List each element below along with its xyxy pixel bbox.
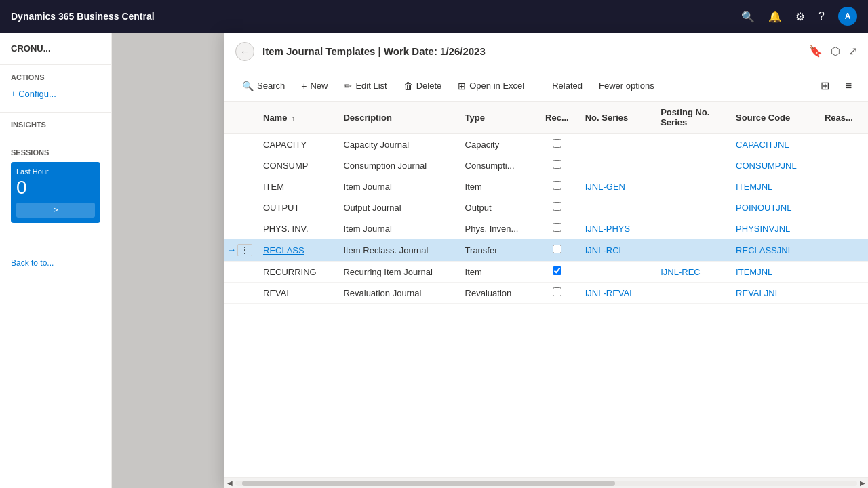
- new-button[interactable]: + New: [294, 77, 334, 95]
- row-name-link[interactable]: RECLASS: [263, 245, 304, 256]
- table-row[interactable]: RECURRINGRecurring Item JournalItemIJNL-…: [224, 262, 868, 283]
- search-icon[interactable]: 🔍: [741, 10, 755, 23]
- scroll-thumb[interactable]: [242, 481, 615, 486]
- sessions-more-button[interactable]: >: [16, 203, 95, 218]
- source-code-link[interactable]: PHYSINVJNL: [736, 224, 790, 234]
- col-name[interactable]: Name ↑: [255, 102, 335, 134]
- row-recurring-checkbox[interactable]: [553, 139, 561, 148]
- row-context-menu-button[interactable]: ⋮: [237, 244, 252, 256]
- row-posting-no-series-cell: IJNL-REC: [652, 262, 728, 283]
- settings-icon[interactable]: ⚙: [795, 10, 805, 23]
- row-type-cell: Item: [457, 262, 537, 283]
- no-series-link[interactable]: IJNL-PHYS: [585, 224, 630, 234]
- col-source-code[interactable]: Source Code: [728, 102, 816, 134]
- row-name-cell[interactable]: OUTPUT: [255, 197, 335, 218]
- row-type-cell: Output: [457, 197, 537, 218]
- posting-no-series-link[interactable]: IJNL-REC: [660, 267, 701, 277]
- col-type[interactable]: Type: [457, 102, 537, 134]
- row-name-cell[interactable]: PHYS. INV.: [255, 218, 335, 239]
- col-recurring[interactable]: Rec...: [537, 102, 577, 134]
- modal-title: Item Journal Templates | Work Date: 1/26…: [262, 45, 801, 57]
- row-type-cell: Phys. Inven...: [457, 218, 537, 239]
- row-description-cell: Capacity Journal: [335, 134, 456, 155]
- user-avatar[interactable]: A: [838, 7, 857, 26]
- related-button[interactable]: Related: [545, 77, 589, 94]
- row-reason-cell: [816, 239, 868, 262]
- row-recurring-checkbox[interactable]: [553, 287, 561, 296]
- row-recurring-checkbox[interactable]: [553, 181, 561, 190]
- source-code-link[interactable]: CAPACITJNL: [736, 140, 789, 150]
- help-icon[interactable]: ?: [818, 10, 825, 22]
- delete-button[interactable]: 🗑 Delete: [397, 77, 449, 95]
- source-code-link[interactable]: ITEMJNL: [736, 267, 772, 277]
- sidebar-actions-section: Actions + Configu...: [0, 73, 111, 101]
- col-reason[interactable]: Reas...: [816, 102, 868, 134]
- open-in-excel-button[interactable]: ⊞ Open in Excel: [451, 77, 531, 95]
- main-layout: CRONU... Actions + Configu... Insights S…: [0, 33, 868, 488]
- row-name-cell[interactable]: RECLASS: [255, 239, 335, 262]
- table-row[interactable]: →⋮RECLASSItem Reclass. JournalTransferIJ…: [224, 239, 868, 262]
- table-row[interactable]: CAPACITYCapacity JournalCapacityCAPACITJ…: [224, 134, 868, 155]
- top-nav-bar: Dynamics 365 Business Central 🔍 🔔 ⚙ ? A: [0, 0, 868, 33]
- row-name-cell[interactable]: CONSUMP: [255, 155, 335, 176]
- no-series-link[interactable]: IJNL-REVAL: [585, 288, 635, 298]
- row-name-cell[interactable]: CAPACITY: [255, 134, 335, 155]
- modal-dialog: ← Item Journal Templates | Work Date: 1/…: [224, 33, 868, 488]
- col-description[interactable]: Description: [335, 102, 456, 134]
- source-code-link[interactable]: REVALJNL: [736, 288, 780, 298]
- source-code-link[interactable]: ITEMJNL: [736, 182, 772, 192]
- row-indicator-cell: [224, 218, 255, 239]
- edit-list-button[interactable]: ✏ Edit List: [337, 77, 393, 95]
- row-name-cell[interactable]: RECURRING: [255, 262, 335, 283]
- no-series-link[interactable]: IJNL-RCL: [585, 245, 624, 256]
- table-row[interactable]: REVALRevaluation JournalRevaluationIJNL-…: [224, 283, 868, 304]
- table-row[interactable]: ITEMItem JournalItemIJNL-GENITEMJNL: [224, 176, 868, 197]
- row-recurring-checkbox[interactable]: [553, 245, 561, 253]
- scroll-right-arrow[interactable]: ▶: [860, 479, 865, 487]
- source-code-link[interactable]: CONSUMPJNL: [736, 161, 797, 171]
- new-label: New: [310, 81, 328, 91]
- row-source-code-cell: REVALJNL: [728, 283, 816, 304]
- table-row[interactable]: OUTPUTOutput JournalOutputPOINOUTJNL: [224, 197, 868, 218]
- bell-icon[interactable]: 🔔: [768, 10, 782, 23]
- columns-icon-button[interactable]: ≡: [840, 76, 857, 96]
- row-name-cell[interactable]: ITEM: [255, 176, 335, 197]
- table-row[interactable]: PHYS. INV.Item JournalPhys. Inven...IJNL…: [224, 218, 868, 239]
- row-recurring-checkbox[interactable]: [553, 223, 561, 232]
- row-recurring-checkbox[interactable]: [553, 160, 561, 169]
- row-name-cell[interactable]: REVAL: [255, 283, 335, 304]
- back-to-link[interactable]: Back to to...: [0, 250, 111, 276]
- search-button[interactable]: 🔍 Search: [235, 77, 292, 95]
- col-no-series[interactable]: No. Series: [577, 102, 652, 134]
- fewer-options-button[interactable]: Fewer options: [592, 77, 661, 94]
- row-recurring-cell: [537, 262, 577, 283]
- row-recurring-checkbox[interactable]: [553, 202, 561, 211]
- sessions-last-hour-label: Last Hour: [16, 167, 95, 176]
- row-recurring-checkbox[interactable]: [553, 266, 561, 275]
- scroll-left-arrow[interactable]: ◀: [227, 479, 233, 487]
- expand-icon[interactable]: ⤢: [848, 45, 857, 58]
- horizontal-scrollbar[interactable]: ◀ ▶: [224, 477, 868, 488]
- modal-back-button[interactable]: ←: [235, 42, 254, 61]
- sidebar-configure-item[interactable]: + Configu...: [11, 87, 100, 101]
- no-series-link[interactable]: IJNL-GEN: [585, 182, 625, 192]
- row-source-code-cell: POINOUTJNL: [728, 197, 816, 218]
- filter-icon-button[interactable]: ⊞: [815, 76, 835, 96]
- row-description-cell: Output Journal: [335, 197, 456, 218]
- table-container: Name ↑ Description Type Rec...: [224, 102, 868, 477]
- row-description-cell: Item Reclass. Journal: [335, 239, 456, 262]
- row-type-cell: Item: [457, 176, 537, 197]
- open-new-tab-icon[interactable]: ⬡: [831, 45, 840, 58]
- scroll-track[interactable]: [235, 481, 857, 486]
- sidebar-insights-section: Insights: [0, 121, 111, 129]
- edit-list-label: Edit List: [355, 81, 387, 91]
- bookmark-icon[interactable]: 🔖: [809, 45, 823, 58]
- col-posting-no-series[interactable]: Posting No.Series: [652, 102, 728, 134]
- row-recurring-cell: [537, 197, 577, 218]
- source-code-link[interactable]: RECLASSJNL: [736, 245, 793, 256]
- source-code-link[interactable]: POINOUTJNL: [736, 203, 791, 213]
- col-description-label: Description: [343, 113, 392, 123]
- row-no-series-cell: [577, 262, 652, 283]
- row-no-series-cell: IJNL-GEN: [577, 176, 652, 197]
- table-row[interactable]: CONSUMPConsumption JournalConsumpti...CO…: [224, 155, 868, 176]
